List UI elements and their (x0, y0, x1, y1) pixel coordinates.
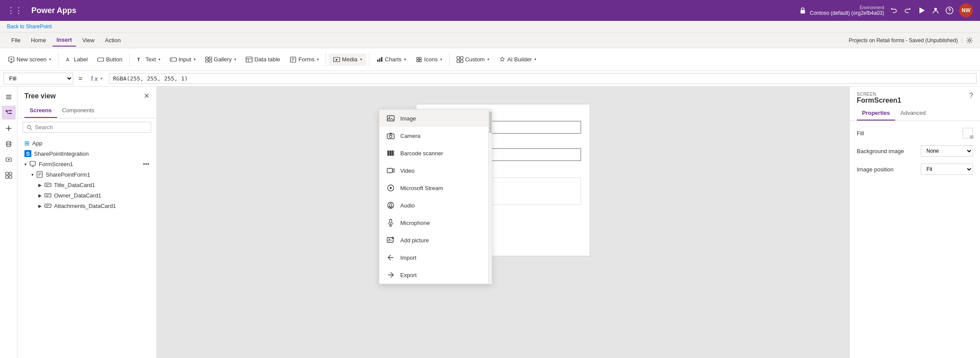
charts-button[interactable]: Charts ▾ (372, 54, 410, 66)
tree-item-sharepointform1[interactable]: ▾ SharePointForm1 (17, 169, 156, 180)
media-dropdown-add-picture[interactable]: Add picture (379, 231, 492, 249)
media-dropdown-video[interactable]: Video (379, 162, 492, 179)
sidebar-components-icon[interactable] (2, 168, 16, 182)
formula-equals: = (77, 75, 84, 83)
forms-chevron: ▾ (317, 57, 319, 61)
custom-button[interactable]: Custom ▾ (452, 54, 493, 66)
data-table-icon (246, 56, 253, 63)
formula-input[interactable] (109, 73, 977, 84)
formscreen-expand-icon: ▾ (24, 162, 27, 167)
menu-action[interactable]: Action (101, 34, 125, 46)
media-button[interactable]: Media ▾ (329, 54, 366, 66)
button-button[interactable]: Button (93, 54, 127, 66)
add-picture-icon (386, 236, 395, 244)
svg-point-79 (389, 135, 392, 138)
media-dropdown-export[interactable]: Export (379, 266, 492, 284)
redo-icon[interactable] (903, 6, 912, 15)
forms-icon (290, 56, 297, 63)
media-dropdown-audio[interactable]: Audio (379, 197, 492, 214)
environment-info: Environment Contoso (default) (org2efb4a… (798, 5, 884, 16)
sidebar-menu-icon[interactable] (2, 90, 16, 104)
formula-fx-chevron: ▾ (100, 77, 102, 80)
input-chevron: ▾ (194, 57, 196, 61)
sidebar-datasource-icon[interactable] (2, 137, 16, 151)
tree-search-input[interactable] (35, 124, 147, 130)
formula-bar: Fill = f x ▾ (0, 71, 980, 87)
svg-point-33 (419, 57, 421, 59)
menu-file[interactable]: File (7, 34, 25, 46)
svg-point-4 (949, 12, 950, 13)
undo-icon[interactable] (889, 6, 898, 15)
gallery-button[interactable]: Gallery ▾ (201, 54, 240, 66)
tree-item-title-datacard1[interactable]: ▶ Title_DataCard1 (17, 180, 156, 190)
back-to-sharepoint-link[interactable]: Back to SharePoint (0, 21, 980, 33)
form-icon (36, 171, 43, 178)
sidebar-tree-icon[interactable] (2, 106, 16, 120)
help-icon[interactable] (945, 6, 954, 15)
gallery-chevron: ▾ (234, 57, 236, 61)
tree-item-formscreen1[interactable]: ▾ FormScreen1 ••• (17, 159, 156, 169)
media-dropdown-camera[interactable]: Camera (379, 127, 492, 144)
new-screen-button[interactable]: New screen ▾ (3, 54, 55, 66)
formscreen1-more-button[interactable]: ••• (143, 161, 149, 167)
fill-color-swatch[interactable] (963, 128, 973, 138)
settings-icon[interactable] (966, 37, 973, 44)
tree-item-app[interactable]: ⊞ App (17, 138, 156, 148)
background-image-select[interactable]: None (921, 145, 973, 157)
tree-tab-screens[interactable]: Screens (24, 104, 57, 118)
media-dropdown-barcode[interactable]: Barcode scanner (379, 144, 492, 162)
icons-button[interactable]: Icons ▾ (411, 54, 446, 66)
icons-chevron: ▾ (440, 57, 442, 61)
svg-point-51 (7, 141, 11, 143)
media-dropdown-import[interactable]: Import (379, 249, 492, 266)
toolbar: New screen ▾ A Label Button T Text ▾ Inp… (0, 48, 980, 71)
title-datacard-expand-icon: ▶ (38, 183, 42, 187)
account-icon[interactable] (931, 6, 940, 15)
svg-rect-19 (209, 60, 212, 62)
svg-rect-37 (460, 57, 463, 59)
image-position-select[interactable]: Fit (921, 164, 973, 175)
sidebar-add-icon[interactable] (2, 121, 16, 135)
menu-view[interactable]: View (78, 34, 99, 46)
props-tab-advanced[interactable]: Advanced (895, 106, 931, 120)
menu-insert[interactable]: Insert (52, 34, 76, 47)
label-button[interactable]: A Label (61, 54, 92, 66)
datacard-icon3 (44, 202, 51, 209)
tree-close-button[interactable]: ✕ (144, 92, 149, 100)
label-icon: A (65, 56, 72, 63)
play-icon[interactable] (917, 6, 926, 15)
svg-rect-93 (390, 219, 392, 223)
tree-item-owner-datacard1[interactable]: ▶ Owner_DataCard1 (17, 190, 156, 201)
input-button[interactable]: Input ▾ (166, 54, 200, 66)
tree-tab-components[interactable]: Components (57, 104, 100, 118)
new-screen-chevron: ▾ (49, 57, 51, 61)
tree-content: ⊞ App S SharePointIntegration ▾ FormScre… (17, 136, 156, 358)
data-table-button[interactable]: Data table (241, 54, 284, 66)
video-icon (386, 166, 395, 175)
props-fill-value (963, 128, 973, 138)
ai-builder-button[interactable]: AI Builder ▾ (494, 54, 541, 66)
menu-home[interactable]: Home (27, 34, 51, 46)
tree-item-attachments-datacard1[interactable]: ▶ Attachments_DataCard1 (17, 201, 156, 211)
text-button[interactable]: T Text ▾ (132, 54, 165, 66)
media-dropdown-stream[interactable]: Microsoft Stream (379, 179, 492, 197)
media-dropdown-microphone[interactable]: Microphone (379, 214, 492, 231)
formula-property-select[interactable]: Fill (3, 73, 73, 84)
tree-item-sharepointintegration[interactable]: S SharePointIntegration (17, 148, 156, 159)
toolbar-divider-3 (326, 53, 326, 67)
top-bar-right: Environment Contoso (default) (org2efb4a… (798, 3, 973, 17)
avatar[interactable]: NW (959, 3, 973, 17)
props-fill-label: Fill (857, 130, 864, 137)
props-help-icon[interactable]: ? (969, 92, 973, 100)
custom-icon (456, 56, 463, 63)
formula-fx-button[interactable]: f x ▾ (88, 75, 105, 82)
props-fill-row: Fill (857, 128, 973, 138)
sidebar-media-icon[interactable] (2, 153, 16, 167)
tree-view-panel: Tree view ✕ Screens Components ⊞ App S S… (17, 87, 157, 358)
input-icon (170, 56, 177, 63)
forms-button[interactable]: Forms ▾ (285, 54, 323, 66)
media-dropdown-image[interactable]: Image (379, 110, 492, 127)
props-tab-properties[interactable]: Properties (857, 106, 895, 120)
svg-rect-30 (379, 58, 380, 62)
waffle-icon[interactable]: ⋮⋮ (7, 6, 23, 15)
